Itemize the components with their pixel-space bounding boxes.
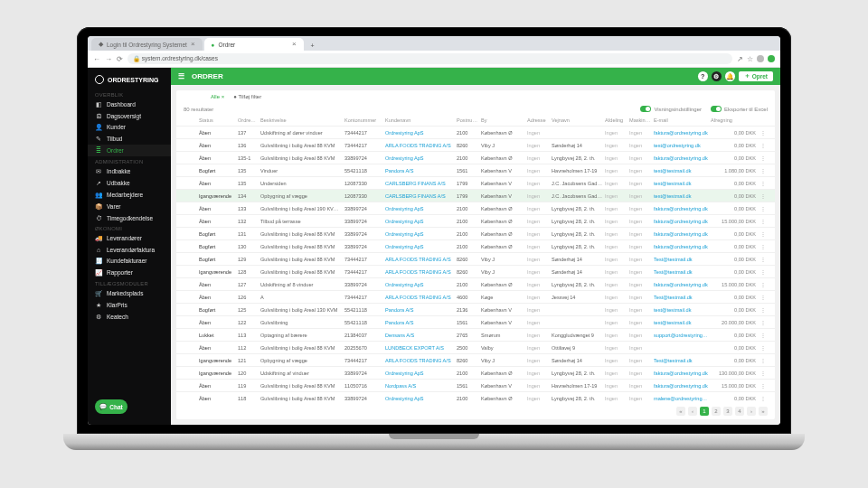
table-row[interactable]: Igangværende121Opbygning af vægge7344421… [176,353,775,366]
cell-customer[interactable]: ARLA FOODS TRADING A/S [385,295,454,300]
page-button[interactable]: 4 [735,407,744,416]
page-button[interactable]: » [759,407,768,416]
cell-email[interactable]: malene@ordrestyring.dk [654,396,708,401]
profile-icon[interactable] [757,55,764,62]
sidebar-item[interactable]: 👤Kunder [88,121,171,133]
table-row[interactable]: Åben126A73444217ARLA FOODS TRADING A/S46… [176,290,775,303]
sidebar-item[interactable]: ⚙Keatech [88,311,171,323]
table-row[interactable]: Bogført125Gulvslibning i bolig Areal 130… [176,303,775,315]
cell-customer[interactable]: Pandora A/S [385,307,454,313]
cell-email[interactable]: faktura@ordrestyring.dk [654,155,708,161]
column-header[interactable]: Kundenavn [385,117,454,123]
sidebar-item[interactable]: 📈Rapporter [88,267,171,278]
sidebar-item[interactable]: 🚚Leverandører [88,232,171,244]
table-row[interactable]: Åben136Gulvslibning i bolig Areal 88 KVM… [176,138,775,151]
cell-email[interactable]: test@testmail.dk [654,307,708,313]
row-menu-icon[interactable]: ⋮ [759,307,768,313]
cell-customer[interactable]: Ordrestyring ApS [385,371,454,376]
row-menu-icon[interactable]: ⋮ [759,333,768,338]
create-button[interactable]: ＋ Opret [739,71,773,81]
cell-customer[interactable]: ARLA FOODS TRADING A/S [385,257,454,262]
row-menu-icon[interactable]: ⋮ [759,282,768,287]
cell-email[interactable]: faktura@ordrestyring.dk [654,219,708,224]
cell-customer[interactable]: ARLA FOODS TRADING A/S [385,269,454,275]
row-menu-icon[interactable]: ⋮ [759,219,768,224]
chat-button[interactable]: 💬 Chat [95,399,127,414]
table-row[interactable]: Bogført129Gulvslibning i bolig Areal 88 … [176,252,775,265]
table-row[interactable]: Igangværende120Udskiftning af vinduer338… [176,366,775,379]
view-settings-toggle[interactable]: Visningsindstillinger [640,106,702,112]
column-header[interactable]: Afregning [711,117,756,123]
cell-customer[interactable]: Ordrestyring ApS [385,244,454,249]
row-menu-icon[interactable]: ⋮ [759,371,768,376]
column-header[interactable]: Adresse [527,117,549,123]
table-row[interactable]: Åben135Undersiden12087330CARLSBERG FINAN… [176,176,775,189]
table-row[interactable]: Lukket113Optagning af bærere21384037Dens… [176,328,775,341]
row-menu-icon[interactable]: ⋮ [759,130,768,136]
sidebar-item[interactable]: ↗Udbakke [88,177,171,189]
new-tab-button[interactable]: + [306,41,320,51]
page-button[interactable]: › [747,407,756,416]
table-row[interactable]: Åben122Gulvslibning55421118Pandora A/S15… [176,315,775,328]
cell-customer[interactable]: Pandora A/S [385,168,454,174]
close-icon[interactable]: × [292,41,297,48]
column-header[interactable]: Vejnavn [552,117,602,123]
row-menu-icon[interactable]: ⋮ [759,358,768,363]
table-row[interactable]: Åben132Tilbud på terrasse33899724Ordrest… [176,214,775,227]
cell-customer[interactable]: Densans A/S [385,333,454,338]
row-menu-icon[interactable]: ⋮ [759,345,768,351]
sidebar-item[interactable]: 📦Varer [88,201,171,212]
page-button[interactable]: 3 [723,407,732,416]
row-menu-icon[interactable]: ⋮ [759,155,768,161]
export-excel-toggle[interactable]: Eksporter til Excel [711,106,768,112]
row-menu-icon[interactable]: ⋮ [759,231,768,237]
cell-customer[interactable]: ARLA FOODS TRADING A/S [385,143,454,148]
page-button[interactable]: 2 [712,407,721,416]
cell-email[interactable]: faktura@ordrestyring.dk [654,206,708,211]
cell-email[interactable]: Test@testmail.dk [654,358,708,363]
extension-icon[interactable] [768,55,775,62]
column-header[interactable]: Kontonummer [344,117,382,123]
cell-email[interactable]: faktura@ordrestyring.dk [654,371,708,376]
row-menu-icon[interactable]: ⋮ [759,206,768,211]
table-row[interactable]: Igangværende134Opbygning af vægge1208733… [176,189,775,202]
row-menu-icon[interactable]: ⋮ [759,168,768,174]
page-button[interactable]: 1 [700,407,709,416]
table-row[interactable]: Åben137Udskiftning af dører vinduer73444… [176,126,775,138]
add-filter-button[interactable]: ● Tilføj filter [233,94,261,99]
cell-email[interactable]: faktura@ordrestyring.dk [654,130,708,136]
cell-customer[interactable]: Ordrestyring ApS [385,206,454,211]
row-menu-icon[interactable]: ⋮ [759,244,768,249]
page-button[interactable]: ‹ [688,407,697,416]
cell-customer[interactable]: LUNDBECK EXPORT A/S [385,345,454,351]
sidebar-item[interactable]: ◧Dashboard [88,99,171,110]
cell-email[interactable]: test@testmail.dk [654,320,708,325]
sidebar-item[interactable]: 🛒Markedsplads [88,287,171,299]
cell-email[interactable]: faktura@ordrestyring.dk [654,383,708,389]
url-field[interactable]: 🔒 system.ordrestyring.dk/cases [127,53,732,64]
cell-email[interactable]: test@testmail.dk [654,168,708,174]
table-row[interactable]: Åben133Gulvslibning i bolig Areal 190 KV… [176,202,775,214]
cell-email[interactable]: Test@testmail.dk [654,257,708,262]
cell-email[interactable]: Test@testmail.dk [654,269,708,275]
row-menu-icon[interactable]: ⋮ [759,295,768,300]
cell-email[interactable]: test@testmail.dk [654,193,708,199]
cell-email[interactable]: support@ordrestyring.dk [654,333,708,338]
cell-customer[interactable]: ARLA FOODS TRADING A/S [385,358,454,363]
cell-customer[interactable]: Pandora A/S [385,320,454,325]
sidebar-item[interactable]: ⏱Timegodkendelse [88,212,171,223]
column-header[interactable]: E-mail [654,117,708,123]
cell-customer[interactable]: CARLSBERG FINANS A/S [385,181,454,186]
cell-customer[interactable]: CARLSBERG FINANS A/S [385,193,454,199]
reload-icon[interactable]: ⟳ [117,55,123,63]
sidebar-item[interactable]: ★KlarPris [88,299,171,311]
cell-email[interactable]: Test@testmail.dk [654,295,708,300]
page-button[interactable]: « [676,407,685,416]
column-header[interactable]: By [481,117,524,123]
table-row[interactable]: Åben118Gulvslibning i bolig Areal 88 KVM… [176,391,775,403]
filter-all[interactable]: Alle × [211,94,224,99]
sidebar-item[interactable]: ✉Indbakke [88,165,171,177]
table-row[interactable]: Åben119Gulvslibning i bolig Areal 88 KVM… [176,379,775,391]
notifications-button[interactable]: 🔔 [725,71,735,81]
row-menu-icon[interactable]: ⋮ [759,383,768,389]
